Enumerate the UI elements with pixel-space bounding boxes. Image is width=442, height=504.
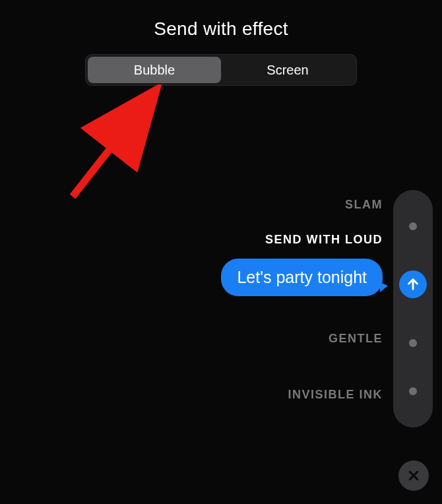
effect-type-segmented: Bubble Screen [85,54,357,86]
tab-screen[interactable]: Screen [221,57,354,83]
effect-dot-invisible[interactable] [409,387,417,395]
close-icon [407,469,420,482]
arrow-up-icon [406,277,420,292]
effect-selector-track [393,190,433,427]
effect-option-loud[interactable]: SEND WITH LOUD [265,233,383,247]
close-button[interactable] [398,460,429,491]
effect-dot-slam[interactable] [409,222,417,230]
effect-option-slam[interactable]: SLAM [345,198,383,212]
message-text: Let's party tonight [237,268,367,286]
effect-option-invisible[interactable]: INVISIBLE INK [288,388,383,402]
tab-bubble[interactable]: Bubble [88,57,221,83]
send-button[interactable] [399,270,427,298]
effects-list: SLAM SEND WITH LOUD Let's party tonight … [221,198,383,402]
message-preview-bubble: Let's party tonight [221,259,383,296]
annotation-arrow [65,84,170,212]
page-title: Send with effect [0,0,442,40]
tab-bubble-label: Bubble [134,63,175,78]
tab-screen-label: Screen [267,63,308,78]
svg-line-1 [73,99,149,197]
effect-dot-gentle[interactable] [409,339,417,347]
effect-option-gentle[interactable]: GENTLE [329,332,383,346]
